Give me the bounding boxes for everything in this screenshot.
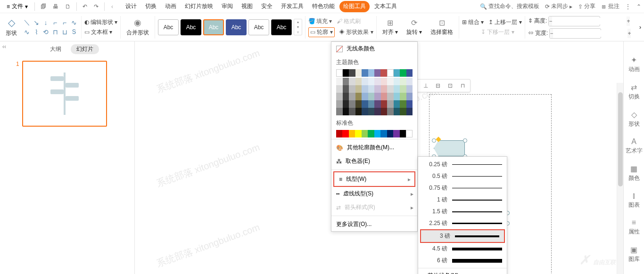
- color-swatch[interactable]: [362, 100, 368, 108]
- tab-features[interactable]: 特色功能: [308, 1, 339, 12]
- style-swatch-3[interactable]: Abc: [226, 19, 247, 35]
- color-swatch[interactable]: [387, 78, 394, 85]
- tab-transitions[interactable]: 切换: [141, 1, 160, 12]
- color-swatch[interactable]: [394, 108, 400, 115]
- send-backward-button[interactable]: ↧ 下移一层 ▾: [481, 28, 514, 36]
- color-swatch[interactable]: [394, 78, 400, 85]
- share-button[interactable]: ⇪ 分享: [578, 2, 595, 10]
- app-menu-button[interactable]: ≡ 文件 ▾: [3, 1, 32, 12]
- ribbon-overflow[interactable]: ›: [639, 24, 641, 31]
- tab-review[interactable]: 审阅: [218, 1, 237, 12]
- tab-developer[interactable]: 开发工具: [277, 1, 307, 12]
- color-swatch[interactable]: [355, 130, 361, 137]
- rotate-button[interactable]: ⟳旋转 ▾: [404, 15, 425, 39]
- color-swatch[interactable]: [381, 78, 388, 85]
- width-input[interactable]: −+: [549, 28, 601, 39]
- width-minus-button[interactable]: −: [550, 29, 553, 38]
- color-swatch[interactable]: [362, 69, 368, 77]
- scrollbar-thumb[interactable]: [618, 92, 623, 186]
- color-swatch[interactable]: [368, 69, 374, 77]
- line-weight-option[interactable]: ≡线型(W)▸: [333, 171, 415, 187]
- tab-slideshow[interactable]: 幻灯片放映: [181, 1, 217, 12]
- distribute-h-icon[interactable]: ⊟: [433, 81, 443, 90]
- more-colors-option[interactable]: 🎨其他轮廓颜色(M)...: [331, 141, 417, 154]
- gallery-nav[interactable]: ▴▾▿: [294, 19, 302, 35]
- eyedropper-option[interactable]: ⁂取色器(E): [331, 154, 417, 168]
- color-swatch[interactable]: [406, 93, 413, 100]
- tab-animations[interactable]: 动画: [161, 1, 180, 12]
- width-plus-button[interactable]: +: [627, 29, 631, 38]
- annotate-button[interactable]: 🗉 批注: [601, 2, 619, 10]
- color-swatch[interactable]: [336, 93, 343, 100]
- redo-icon[interactable]: ↷: [91, 1, 101, 12]
- color-swatch[interactable]: [362, 93, 368, 100]
- outline-button[interactable]: ▭ 轮廓 ▾: [308, 27, 335, 37]
- fill-button[interactable]: 🪣填充 ▾ 🖌 格式刷: [308, 17, 373, 25]
- color-swatch[interactable]: [406, 69, 413, 77]
- style-swatch-2-selected[interactable]: Abc: [203, 19, 224, 35]
- color-swatch[interactable]: [362, 130, 368, 137]
- color-swatch[interactable]: [374, 93, 381, 100]
- color-swatch[interactable]: [374, 130, 380, 137]
- color-swatch[interactable]: [387, 108, 394, 115]
- weight-option[interactable]: 0.5 磅: [418, 170, 507, 182]
- color-swatch[interactable]: [387, 100, 394, 108]
- selection-pane-button[interactable]: ⊡选择窗格: [428, 15, 456, 39]
- more-icon[interactable]: ⋮: [625, 3, 631, 10]
- tab-design[interactable]: 设计: [122, 1, 140, 12]
- text-box-button[interactable]: ▭ 文本框 ▾: [84, 28, 117, 36]
- color-swatch[interactable]: [394, 93, 400, 100]
- color-swatch[interactable]: [362, 108, 368, 115]
- weight-option[interactable]: 1 磅: [418, 194, 507, 206]
- color-swatch[interactable]: [349, 130, 355, 137]
- color-swatch[interactable]: [368, 85, 375, 93]
- shape-gallery-button[interactable]: ◇ 形状: [3, 15, 20, 39]
- color-swatch[interactable]: [343, 100, 349, 108]
- slides-tab[interactable]: 幻灯片: [71, 44, 99, 54]
- align-bottom-icon[interactable]: ⊥: [421, 81, 430, 90]
- style-swatch-0[interactable]: Abc: [158, 19, 179, 35]
- color-swatch[interactable]: [349, 78, 355, 85]
- style-swatch-1[interactable]: Abc: [181, 19, 201, 35]
- color-swatch[interactable]: [362, 78, 368, 85]
- weight-option[interactable]: 2.25 磅: [418, 218, 507, 229]
- tab-text-tools[interactable]: 文本工具: [371, 1, 401, 12]
- panel-gallery[interactable]: ▣图库: [628, 245, 640, 263]
- weight-option[interactable]: 3 磅: [420, 229, 505, 243]
- color-swatch[interactable]: [387, 85, 394, 93]
- color-swatch[interactable]: [406, 100, 413, 108]
- panel-shape[interactable]: ◇形状: [628, 110, 640, 128]
- color-swatch[interactable]: [374, 100, 381, 108]
- color-swatch[interactable]: [349, 85, 355, 93]
- color-swatch[interactable]: [336, 78, 343, 85]
- color-swatch[interactable]: [336, 100, 343, 108]
- save-icon[interactable]: 🗐: [38, 1, 49, 12]
- color-swatch[interactable]: [406, 78, 413, 85]
- color-swatch[interactable]: [368, 130, 374, 137]
- color-swatch[interactable]: [374, 78, 381, 85]
- color-swatch[interactable]: [343, 85, 349, 93]
- color-swatch[interactable]: [406, 85, 413, 93]
- print-preview-icon[interactable]: 🗋: [62, 1, 74, 12]
- color-swatch[interactable]: [336, 69, 343, 77]
- merge-shapes-button[interactable]: ◉ 合并形状: [124, 15, 152, 39]
- collapse-ribbon-icon[interactable]: ⌃: [636, 3, 641, 10]
- color-swatch[interactable]: [355, 93, 362, 100]
- format-painter-button[interactable]: 🖌 格式刷: [337, 17, 361, 25]
- undo-icon[interactable]: ↶: [80, 1, 90, 12]
- panel-animation[interactable]: ✦动画: [628, 56, 640, 73]
- weight-option[interactable]: 4.5 磅: [418, 243, 507, 255]
- color-swatch[interactable]: [355, 78, 362, 85]
- height-input[interactable]: −+: [548, 16, 600, 26]
- color-swatch[interactable]: [349, 108, 355, 115]
- slide-thumbnail-1[interactable]: [22, 61, 107, 127]
- color-swatch[interactable]: [342, 130, 348, 137]
- color-swatch[interactable]: [381, 108, 388, 115]
- equal-width-icon[interactable]: ⊓: [458, 81, 467, 90]
- color-swatch[interactable]: [400, 69, 406, 77]
- color-swatch[interactable]: [355, 100, 362, 108]
- color-swatch[interactable]: [343, 69, 349, 77]
- color-swatch[interactable]: [387, 69, 394, 77]
- color-swatch[interactable]: [374, 108, 381, 115]
- color-swatch[interactable]: [400, 85, 406, 93]
